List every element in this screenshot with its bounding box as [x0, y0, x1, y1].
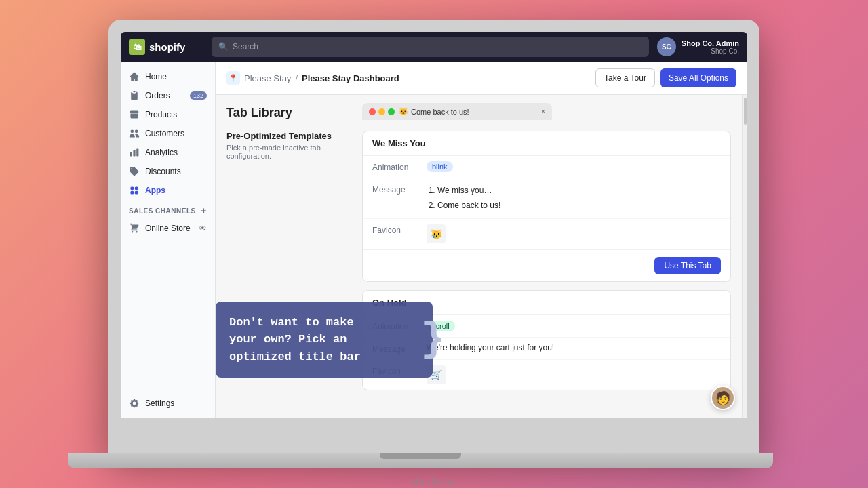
analytics-icon: [129, 147, 140, 158]
browser-tab-preview-container: 😺 Come back to us! ×: [362, 103, 731, 120]
sidebar-item-settings[interactable]: Settings: [121, 394, 215, 413]
favicon-label-1: Favicon: [372, 224, 420, 235]
tab-preview-label: 😺 Come back to us!: [399, 107, 469, 116]
orders-icon: [129, 90, 140, 101]
sidebar-item-settings-label: Settings: [145, 399, 174, 408]
save-all-options-button[interactable]: Save All Options: [660, 68, 736, 87]
message-value-1: We miss you… Come back to us!: [427, 184, 721, 213]
laptop-screen: 🛍 shopify 🔍 Search SC Shop Co. Admin Sho…: [121, 32, 747, 418]
tab-card-we-miss-you-favicon-row: Favicon 😿: [363, 219, 730, 249]
sidebar-item-discounts[interactable]: Discounts: [121, 162, 215, 181]
search-bar[interactable]: 🔍 Search: [212, 37, 649, 57]
shopify-logo: 🛍 shopify: [129, 39, 203, 55]
animation-value-1: blink: [427, 161, 721, 172]
breadcrumb-current: Please Stay Dashboard: [302, 73, 399, 83]
sidebar-item-apps-label: Apps: [145, 186, 165, 195]
sidebar-item-products-label: Products: [145, 110, 177, 119]
breadcrumb: 📍 Please Stay / Please Stay Dashboard: [226, 71, 399, 85]
sidebar-item-online-store[interactable]: Online Store 👁: [121, 219, 215, 238]
message-label-1: Message: [372, 184, 420, 195]
scroll-indicator[interactable]: [742, 95, 747, 418]
user-area: SC Shop Co. Admin Shop Co.: [657, 37, 739, 56]
overlay-line3: optimized title bar: [229, 348, 419, 366]
floating-user-avatar[interactable]: 🧑: [711, 386, 735, 410]
sidebar-item-products[interactable]: Products: [121, 105, 215, 124]
sidebar-item-analytics-label: Analytics: [145, 148, 178, 157]
sidebar-item-orders-label: Orders: [145, 91, 170, 100]
user-avatar: SC: [657, 37, 676, 56]
topbar: 🛍 shopify 🔍 Search SC Shop Co. Admin Sho…: [121, 32, 747, 62]
page-body: Tab Library Pre-Optimized Templates Pick…: [216, 95, 747, 418]
tab-preview-text: Come back to us!: [411, 108, 469, 116]
header-actions: Take a Tour Save All Options: [595, 68, 736, 87]
tab-preview-emoji: 😺: [399, 107, 408, 116]
traffic-light-green: [388, 108, 395, 115]
traffic-light-red: [369, 108, 376, 115]
sidebar-item-home[interactable]: Home: [121, 67, 215, 86]
templates-heading: Pre-Optimized Templates: [226, 131, 340, 141]
page-title: Tab Library: [226, 106, 340, 120]
tab-card-we-miss-you-message-row: Message We miss you… Come back to us!: [363, 178, 730, 219]
search-placeholder: Search: [233, 42, 258, 52]
take-tour-button[interactable]: Take a Tour: [595, 68, 655, 87]
add-sales-channel-icon[interactable]: +: [201, 205, 207, 216]
online-store-label: Online Store: [145, 224, 191, 233]
online-store-icon: [129, 223, 140, 234]
apps-icon: [129, 185, 140, 196]
animation-value-2: scroll: [427, 321, 721, 331]
tab-card-we-miss-you-title: We Miss You: [363, 131, 730, 156]
online-store-actions: 👁: [199, 224, 207, 233]
browser-tab-preview: 😺 Come back to us! ×: [362, 103, 552, 120]
favicon-value-2: 🛒: [427, 365, 721, 384]
laptop-base: [68, 453, 773, 468]
user-info: Shop Co. Admin Shop Co.: [682, 39, 739, 55]
left-panel: Tab Library Pre-Optimized Templates Pick…: [216, 95, 351, 418]
breadcrumb-parent: Please Stay: [244, 73, 291, 83]
sidebar-bottom: Settings: [121, 388, 215, 418]
user-shop: Shop Co.: [682, 47, 739, 55]
sidebar-item-analytics[interactable]: Analytics: [121, 143, 215, 162]
eye-icon[interactable]: 👁: [199, 224, 207, 233]
discounts-icon: [129, 166, 140, 177]
shopify-logo-text: shopify: [149, 41, 185, 53]
sidebar: Home Orders 132: [121, 62, 216, 418]
tab-card-we-miss-you-animation-row: Animation blink: [363, 156, 730, 178]
customers-icon: [129, 128, 140, 139]
orders-badge: 132: [190, 92, 207, 100]
traffic-light-yellow: [378, 108, 385, 115]
animation-badge-1: blink: [427, 161, 453, 172]
overlay-line1: Don't want to make: [229, 314, 419, 331]
page-header: 📍 Please Stay / Please Stay Dashboard Ta…: [216, 62, 747, 95]
products-icon: [129, 109, 140, 120]
sidebar-item-customers-label: Customers: [145, 129, 184, 138]
shopify-logo-icon: 🛍: [129, 39, 145, 55]
sidebar-item-customers[interactable]: Customers: [121, 124, 215, 143]
laptop-notch: [380, 453, 461, 459]
macbook-label: MacBook: [411, 477, 457, 487]
search-icon: 🔍: [218, 42, 229, 52]
laptop-frame: 🛍 shopify 🔍 Search SC Shop Co. Admin Sho…: [108, 20, 760, 453]
message-item-1-1: Come back to us!: [437, 199, 721, 214]
sidebar-item-home-label: Home: [145, 72, 167, 81]
tab-close-button[interactable]: ×: [541, 108, 545, 115]
sales-channels-label: SALES CHANNELS: [129, 207, 196, 215]
templates-desc: Pick a pre-made inactive tab configurati…: [226, 144, 340, 160]
message-list-1: We miss you… Come back to us!: [427, 184, 721, 213]
traffic-lights: [369, 108, 395, 115]
tab-card-we-miss-you: We Miss You Animation blink Message: [362, 131, 731, 282]
sidebar-item-apps[interactable]: Apps: [121, 181, 215, 200]
message-value-2: We're holding your cart just for you!: [427, 343, 721, 352]
sidebar-item-discounts-label: Discounts: [145, 167, 181, 176]
sidebar-item-orders[interactable]: Orders 132: [121, 86, 215, 105]
main-content: 📍 Please Stay / Please Stay Dashboard Ta…: [216, 62, 747, 418]
sidebar-nav: Home Orders 132: [121, 62, 215, 388]
message-item-1-0: We miss you…: [437, 184, 721, 199]
overlay-tooltip: Don't want to make your own? Pick an opt…: [216, 302, 433, 378]
use-tab-button-1[interactable]: Use This Tab: [654, 257, 721, 274]
home-icon: [129, 71, 140, 82]
overlay-line2: your own? Pick an: [229, 331, 419, 348]
animation-label-1: Animation: [372, 161, 420, 172]
favicon-value-1: 😿: [427, 224, 721, 243]
sales-channels-section: SALES CHANNELS +: [121, 200, 215, 219]
breadcrumb-separator: /: [295, 73, 298, 83]
